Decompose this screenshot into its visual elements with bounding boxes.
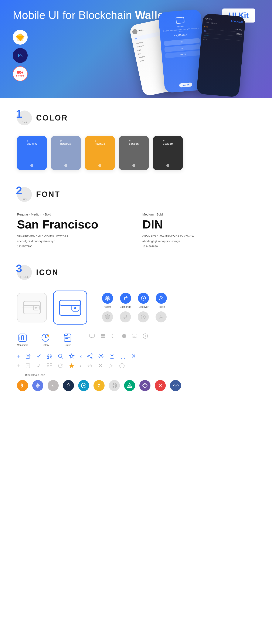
font-title: FONT [36,190,60,199]
svg-text:i: i [145,335,146,338]
color-section-number: 1 ONE [17,110,32,126]
settings-icon [98,353,104,359]
right-icon-gray [108,363,114,369]
star-icon-blue [69,363,74,369]
svg-text:!: ! [48,335,48,337]
svg-marker-93 [142,383,147,385]
list-edit-icon [26,353,32,359]
refresh-icon-gray [58,363,64,369]
svg-point-23 [142,316,144,318]
ethereum-icon [32,380,43,391]
litecoin-svg: Ł [50,382,56,389]
svg-point-24 [160,315,162,317]
nav-icon-profile-gray [156,311,166,322]
crypto-icons-row: ₿ Ł Z [17,380,255,391]
discover-icon-circle [138,293,149,304]
svg-marker-89 [113,384,116,387]
star-icon [69,353,74,359]
badges-left: Ps 60+ Screens [13,30,28,81]
misc-icons: i [89,333,148,339]
svg-point-10 [35,307,37,308]
svg-point-63 [88,356,89,357]
wave-svg [172,382,179,389]
qr-icon-gray [46,363,52,369]
neo-svg [65,382,72,389]
discover-icon-circle-gray [138,311,149,322]
polygon-icon [155,380,166,391]
small-icons-blue: + ✓ ‹ ✕ [17,352,255,360]
waves-icon [124,380,135,391]
font-din-name: DIN [142,218,255,231]
bitcoin-svg: ₿ [19,382,26,389]
color-swatches: #3574FA #8DA0C8 #F5A623 #666666 #303030 [17,136,255,170]
assets-icon-circle [102,293,113,304]
exchange-icon [123,296,128,301]
nav-icon-exchange-gray [120,311,131,322]
exchange-icon-circle-gray [120,311,131,322]
assets-icon [105,296,110,301]
sketch-badge [13,30,28,45]
screens-badge: 60+ Screens [13,66,28,81]
font-din-lowercase: abcdefghijklmnopqrstuvwxyz [142,239,255,244]
phone-right: myWallet 6,297,502.12 12-298 · 708-2003 … [196,13,246,97]
history-label: History [42,344,49,346]
close-icon-gray: ✕ [98,362,103,369]
svg-rect-37 [101,334,105,335]
info-icon-gray: i [119,363,125,369]
color-section: 1 ONE COLOR #3574FA #8DA0C8 #F5A623 #666… [17,110,255,170]
font-sf-numbers: 1234567890 [17,245,130,248]
font-section-number: 2 TWO [17,187,32,202]
font-section-header: 2 TWO FONT [17,187,255,202]
font-section: 2 TWO FONT Regular · Medium · Bold San F… [17,187,255,248]
wallet-icon-blue-box [53,290,87,324]
nav-icon-assets: Assets [102,293,113,308]
dash-svg [80,382,87,389]
svg-point-86 [83,385,84,386]
font-din-uppercase: ABCDEFGHIJKLMNOPQRSTUVWXYZ [142,234,255,238]
chevron-left-icon-gray: ‹ [80,362,82,369]
wallet-icon-gray-box [17,293,47,322]
profile-icon [158,296,164,301]
color-title: COLOR [36,114,68,122]
qr-icon [46,353,52,359]
icon-title: ICON [36,268,59,277]
svg-marker-61 [69,354,74,358]
svg-point-19 [160,296,162,298]
svg-rect-11 [60,300,81,316]
wallet-icon-gray [22,299,42,316]
icon-history: ! History [41,333,50,346]
svg-text:Z: Z [98,384,100,388]
ethereum-svg [35,382,41,389]
svg-point-67 [100,355,102,357]
assets-icon-gray [105,314,110,320]
blockchain-line-decoration [17,375,24,375]
screens-count: 60+ [16,70,24,75]
resize-icon [120,353,126,359]
font-sf-name: San Francisco [17,218,130,231]
icon-section: 3 THREE ICON [17,265,255,391]
share-icon [87,353,93,359]
zcash-icon: Z [94,380,104,391]
close-icon: ✕ [131,352,136,360]
check-icon: ✓ [36,352,42,360]
svg-rect-41 [132,334,137,337]
icon-mangment: Mangment [17,333,28,346]
waves-svg [126,382,133,389]
icon-grid-main: Assets Exchange [17,290,255,324]
svg-line-65 [89,354,91,356]
dash-icon [78,380,89,391]
font-sf: Regular · Medium · Bold San Francisco AB… [17,212,130,248]
svg-rect-55 [48,357,49,358]
wallet-icon-blue [58,298,82,318]
color-swatch-orange: #F5A623 [85,136,115,170]
litecoin-icon: Ł [48,380,59,391]
arrows-icon-gray [87,363,93,369]
check-icon-gray: ✓ [36,362,42,369]
wave-icon [170,380,181,391]
screens-label: Screens [16,74,24,77]
ps-badge: Ps [13,48,28,63]
font-sf-style: Regular · Medium · Bold [17,212,130,216]
nav-icons-group: Assets Exchange [102,293,167,322]
list-edit-icon-gray [26,363,32,369]
discover-icon-label: Discover [138,306,148,308]
